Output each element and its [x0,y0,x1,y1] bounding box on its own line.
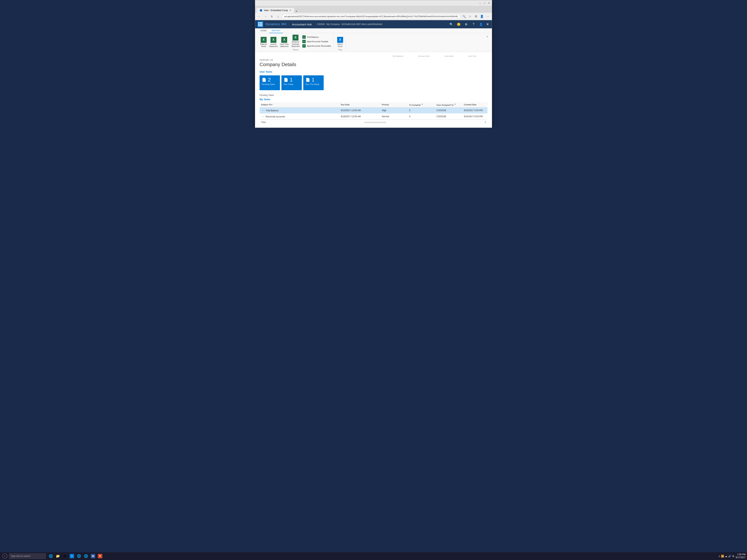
smiley-btn[interactable]: 🙂 [456,21,462,27]
ribbon-report-items: X BalanceSheet X IncomeStatement [260,34,332,48]
col-header-visit: Last Visit [468,55,476,57]
home-btn[interactable]: ⌂ [276,14,281,19]
ribbon-submenu: X Trial Balance X Aged Accounts Payable [302,35,332,48]
aged-receivable-icon: X [302,44,306,48]
balance-sheet-btn[interactable]: X BalanceSheet [260,36,268,48]
forward-btn[interactable]: → [263,14,268,19]
col-headers: My Balance Account Info Last Audit Last … [260,55,487,57]
col-header-assigned[interactable]: User Assigned To ▼ [435,102,462,107]
main-content: My Balance Account Info Last Audit Last … [255,52,492,128]
row1-assigned: CSOGGE [435,107,462,113]
filter-dropdown-icon[interactable]: ▾ [271,104,272,106]
row2-priority: Normal [380,113,408,119]
user-topbar-btn[interactable]: 👤 [478,21,484,27]
search-topbar-btn[interactable]: 🔍 [448,21,454,27]
col-header-balance: My Balance [393,55,403,57]
row2-subject: ⋯ Reconcile accounts [260,113,339,119]
my-tasks-title: My Tasks [260,98,487,101]
col-header-created: Created Date [462,102,487,107]
income-stmt-label: IncomeStatement [269,43,278,48]
table-row[interactable]: ⋯ Trial Balance 9/15/2017 12:00 AM High … [260,107,487,113]
col-header-complete[interactable]: % Complete ▼ [408,102,435,107]
due-week-count: 1 [312,77,315,82]
row2-created: 9/15/2017 8:53 PM [462,113,487,119]
row1-created: 9/15/2017 5:50 PM [462,107,487,113]
balance-sheet-icon: X [261,37,266,43]
app-module[interactable]: Accountant Hub [290,23,313,26]
ribbon-collapse-btn[interactable]: ∧ [486,34,489,39]
ribbon: HOME REPORT X BalanceSheet [255,28,492,52]
row1-complete: 0 [408,107,435,113]
tab-title: View - Embedded Comp [264,9,288,12]
grid-dots [258,22,262,26]
app-grid-btn[interactable] [257,21,263,27]
retained-earnings-btn[interactable]: X Retained EarningsStatement [290,34,301,48]
aged-payable-label: Aged Accounts Payable [307,41,328,43]
trial-balance-menu-item[interactable]: X Trial Balance [302,35,332,39]
edit-excel-btn[interactable]: X Edit inExcel [336,36,344,48]
browser-tabbar: 🔵 View - Embedded Comp ✕ + [255,6,492,13]
search-icon[interactable]: 🔍 [462,14,467,19]
maximize-btn[interactable]: □ [483,2,486,5]
aged-payable-menu-item[interactable]: X Aged Accounts Payable [302,39,332,44]
footer-total-label: Total [261,121,266,124]
complete-filter-icon: ▼ [421,103,423,105]
col-header-subject[interactable]: Subject ⇅ ▾ [260,102,339,107]
tab-close-btn[interactable]: ✕ [289,9,291,12]
pending-tasks-tile[interactable]: 📄 2 Pending Tasks [260,75,280,90]
table-footer: Total 2 [260,119,487,125]
aged-receivable-menu-item[interactable]: X Aged Accounts Receivable [302,44,332,48]
app-breadcrumb: C00040 · My Company · f4224af8-b1bf-4997… [317,23,382,26]
address-bar[interactable] [282,14,460,19]
pending-tasks-label: Pending Tasks [260,94,487,97]
close-window-btn[interactable]: ✕ [487,2,490,5]
app-brand[interactable]: Dynamics 365 [265,22,288,26]
new-tab-btn[interactable]: + [295,10,298,13]
row2-assigned: CSOGGE [435,113,462,119]
ribbon-group-page: X Edit inExcel Page [335,36,345,51]
trial-balance-label: Trial Balance [307,36,319,38]
scroll-bar[interactable] [364,122,386,123]
ribbon-tab-report[interactable]: REPORT [269,28,283,33]
settings-topbar-btn[interactable]: ⚙ [463,21,469,27]
user-tasks-section-title: User Tasks [260,70,487,73]
help-btn[interactable]: ? [470,21,476,27]
more-icon[interactable]: ⋯ [485,14,490,19]
row2-context-btn[interactable]: ⋯ [261,115,265,118]
browser-titlebar: ─ □ ✕ [255,0,492,6]
user-icon[interactable]: 👤 [479,14,485,19]
cash-flow-label: Cash FlowStatement [280,43,289,48]
row2-due-date: 9/18/2017 12:00 AM [339,113,380,119]
browser-tab[interactable]: 🔵 View - Embedded Comp ✕ [257,8,294,13]
refresh-btn[interactable]: ↻ [269,14,274,19]
back-btn[interactable]: ← [257,14,262,19]
ribbon-tabs: HOME REPORT [255,28,492,33]
income-stmt-icon: X [271,37,277,43]
app-close-btn[interactable]: ✕ [485,22,490,26]
cash-flow-icon: X [281,37,287,43]
row1-subject: ⋯ Trial Balance [260,107,339,113]
browser-window: ─ □ ✕ 🔵 View - Embedded Comp ✕ + ← → ↻ ⌂… [255,0,492,128]
ribbon-tab-home[interactable]: HOME [258,28,269,33]
tasks-table-body: ⋯ Trial Balance 9/15/2017 12:00 AM High … [260,107,487,119]
app-topbar: Dynamics 365 Accountant Hub C00040 · My … [255,20,492,28]
col-header-priority: Priority [380,102,408,107]
report-group-label: Report [293,49,299,51]
income-stmt-btn[interactable]: X IncomeStatement [268,36,279,48]
minimize-btn[interactable]: ─ [479,2,482,5]
due-this-week-tile[interactable]: 📄 1 Due This Week [303,75,324,90]
favorites-icon[interactable]: ☆ [467,14,473,19]
cash-flow-btn[interactable]: X Cash FlowStatement [279,36,289,48]
edit-excel-label: Edit inExcel [338,43,343,48]
due-today-tile[interactable]: 📄 1 Due Today [281,75,302,90]
scroll-hint [364,121,386,124]
trial-balance-icon: X [302,35,306,39]
browser-toolbar: ← → ↻ ⌂ 🔍 ☆ ⚙ 👤 ⋯ [255,13,492,20]
sort-icon: ⇅ [269,104,271,106]
app-wrapper: Dynamics 365 Accountant Hub C00040 · My … [255,20,492,128]
table-row[interactable]: ⋯ Reconcile accounts 9/18/2017 12:00 AM … [260,113,487,119]
row1-context-btn[interactable]: ⋯ [261,109,265,112]
task-tiles: 📄 2 Pending Tasks 📄 1 Due Today 📄 1 [260,75,487,90]
pending-tile-top: 📄 2 [262,77,271,82]
settings-icon[interactable]: ⚙ [473,14,479,19]
